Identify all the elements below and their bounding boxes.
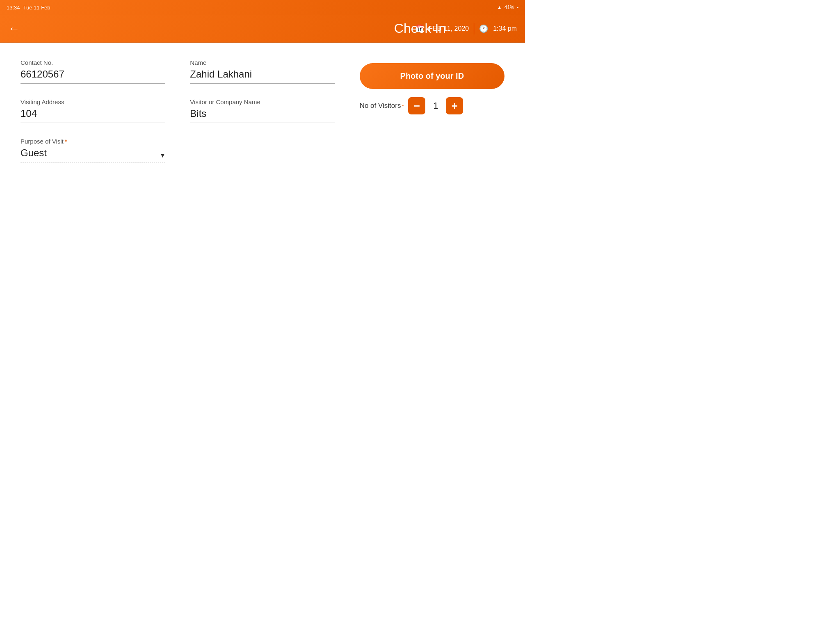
purpose-of-visit-dropdown[interactable]: Guest ▼ (21, 147, 165, 162)
wifi-icon: ▲ (497, 5, 502, 10)
form-grid: Contact No. 66120567 Visiting Address 10… (21, 59, 504, 177)
app-header: ← Check In 📅 FEB 11, 2020 🕐 1:34 pm (0, 15, 525, 43)
photo-id-button[interactable]: Photo of your ID (360, 63, 504, 89)
column-2: Name Zahid Lakhani Visitor or Company Na… (190, 59, 335, 177)
visitors-count: 1 (429, 100, 442, 111)
clock-icon: 🕐 (479, 24, 488, 33)
status-day: Tue 11 Feb (23, 5, 50, 11)
contact-no-label: Contact No. (21, 59, 165, 66)
no-of-visitors-row: No of Visitors* − 1 + (360, 97, 504, 114)
status-time: 13:34 (7, 5, 20, 11)
battery-status: 41% (504, 5, 514, 10)
contact-no-value: 66120567 (21, 68, 165, 84)
purpose-of-visit-group: Purpose of Visit * Guest ▼ (21, 138, 165, 162)
decrement-visitors-button[interactable]: − (408, 97, 425, 114)
company-name-label: Visitor or Company Name (190, 98, 335, 105)
battery-icon: ▪ (517, 5, 518, 10)
column-1: Contact No. 66120567 Visiting Address 10… (21, 59, 165, 177)
purpose-required-star: * (65, 138, 67, 145)
photo-id-container: Photo of your ID (360, 59, 504, 89)
main-content: Contact No. 66120567 Visiting Address 10… (0, 43, 525, 189)
visiting-address-label: Visiting Address (21, 98, 165, 105)
header-time: 1:34 pm (493, 25, 517, 32)
column-3: Photo of your ID No of Visitors* − 1 + (360, 59, 504, 177)
no-of-visitors-label: No of Visitors* (360, 102, 404, 110)
dropdown-arrow-icon: ▼ (160, 152, 165, 159)
back-button[interactable]: ← (8, 23, 20, 34)
purpose-of-visit-value: Guest (21, 147, 47, 159)
name-group: Name Zahid Lakhani (190, 59, 335, 84)
company-name-value: Bits (190, 108, 335, 123)
visiting-address-value: 104 (21, 108, 165, 123)
page-title: Check In (394, 21, 446, 36)
purpose-of-visit-label: Purpose of Visit * (21, 138, 165, 145)
name-value: Zahid Lakhani (190, 68, 335, 84)
contact-no-group: Contact No. 66120567 (21, 59, 165, 84)
increment-visitors-button[interactable]: + (446, 97, 463, 114)
name-label: Name (190, 59, 335, 66)
status-bar: 13:34 Tue 11 Feb ▲ 41% ▪ (0, 0, 525, 15)
visiting-address-group: Visiting Address 104 (21, 98, 165, 123)
header-divider (474, 23, 474, 34)
company-name-group: Visitor or Company Name Bits (190, 98, 335, 123)
